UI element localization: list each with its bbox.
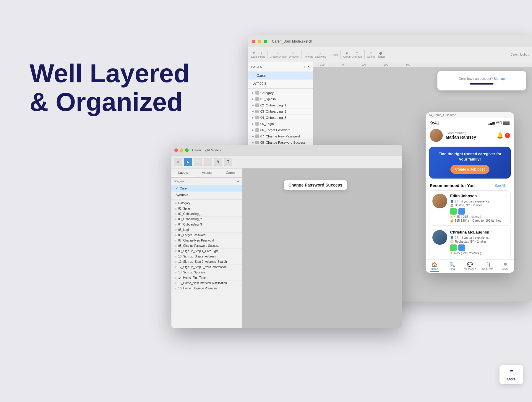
more-icon: ≡ [502, 368, 520, 376]
badge-green-2 [450, 244, 457, 251]
badges-1 [450, 208, 507, 215]
layer-item[interactable]: ▶ 01_Splash [248, 96, 313, 102]
create-job-btn[interactable]: Create a Job post [450, 165, 490, 174]
fw-layer-item[interactable]: ⊞ 13_Sign up Success [171, 270, 242, 275]
add-page-btn[interactable]: + ∧ [304, 64, 310, 69]
pages-header: PAGES + ∧ [248, 62, 313, 72]
toolbar-create-symbol[interactable]: ⬡Create Symbol [270, 51, 288, 58]
fw-layer-item[interactable]: ⊞ 07_Change New Password [171, 238, 242, 243]
fw-layer-item[interactable]: ⊞ 02_Onboarding_1 [171, 211, 242, 217]
fw-layer-item[interactable]: ⊞ 14_Home_First Time [171, 275, 242, 281]
battery-icon: ▓▓▓ [503, 121, 510, 124]
fw-layer-item[interactable]: ⊞ 15_Home_Next Interview Notification [171, 281, 242, 286]
caregiver-name-1: Edith Johnson [450, 194, 477, 199]
blue-promo-card: Find the right trusted caregiver for you… [429, 147, 511, 179]
layer-item[interactable]: ▶ 07_Change New Password [248, 133, 313, 140]
toolbar-flatten[interactable]: ⬤Flatten [377, 51, 385, 58]
toolbar-zoom[interactable]: 100% [331, 53, 338, 56]
toolbar-insert[interactable]: +Insert [258, 51, 265, 58]
signup-link[interactable]: Sign up [494, 77, 505, 80]
fw-tab-assets[interactable]: Assets [195, 168, 219, 177]
fw-layer-item[interactable]: ⊞ 16_Home_Upgrade Premium [171, 286, 242, 291]
app-greeting: Good morning! Marian Ramsey 🔔 3 [426, 127, 514, 144]
sketch-toolbar-back: ⊞Data +Insert ⬡Create Symbol ↻Symbols ↑F… [248, 47, 532, 62]
fw-layer-item[interactable]: ⊞ 04_Onboarding_3 [171, 222, 242, 227]
fw-tl-red[interactable] [174, 148, 178, 152]
toolbar-forward[interactable]: ↑Forward [304, 51, 314, 58]
layer-item[interactable]: ▶ 02_Onboarding_1 [248, 102, 313, 108]
page-item-caren[interactable]: ✓ Caren [248, 72, 313, 80]
toolbar-data[interactable]: ⊞Data [251, 51, 257, 58]
fw-tab-layers[interactable]: Layers [171, 168, 195, 177]
nav-requests[interactable]: 📋 Requests [479, 262, 497, 272]
hero-section: Well Layered & Organized [30, 59, 189, 116]
fw-tl-green[interactable] [185, 148, 189, 152]
ruler-horizontal: -1000100200300 [313, 62, 532, 67]
signal-icon: ▂▄▆ [488, 121, 495, 124]
fw-toolbar: ≡ ▶ ⊡ □ ✎ T [171, 155, 402, 168]
badges-2 [450, 244, 507, 251]
caregiver-card-1[interactable]: Edith Johnson ♡ 👤 28 · 6 yrs paid experi… [429, 190, 511, 226]
greeting-name: Marian Ramsey [446, 135, 476, 140]
toolbar-group[interactable]: ▣Group [343, 51, 351, 58]
caregiver-location-2: 🏠 Rochester, NY · 2 miles [450, 240, 507, 243]
fw-layer-item[interactable]: ⊞ 01_Splash [171, 206, 242, 211]
favorite-btn-1[interactable]: ♡ [503, 194, 507, 199]
toolbar-ungroup[interactable]: ◫Ungroup [352, 51, 362, 58]
greeting-text: Good morning! [446, 131, 476, 135]
fw-page-symbols[interactable]: Symbols [171, 192, 242, 198]
caregiver-info-2: Christina McLaughlin ♡ 👤 22 · 8 yrs paid… [450, 230, 507, 255]
fw-tool-play[interactable]: ▶ [184, 158, 192, 166]
caregiver-rating-1: ★ 4.85 (215 reviews) [450, 215, 507, 218]
see-all-btn[interactable]: See All → [494, 184, 510, 188]
fw-tool-frame[interactable]: ⊡ [194, 158, 202, 166]
page-item-symbols[interactable]: Symbols [248, 80, 313, 87]
bell-icon[interactable]: 🔔 [496, 132, 504, 139]
nav-messages[interactable]: 💬 Messages [461, 262, 479, 272]
fw-layer-item[interactable]: ⊞ 09_Sign up_Step 1_Care Type [171, 249, 242, 254]
fw-add-page[interactable]: + [237, 179, 239, 183]
fw-layer-item[interactable]: ⊞ Category [171, 201, 242, 206]
fw-layer-item[interactable]: ⊞ 08_Change Password Success [171, 243, 242, 249]
fw-tab-right[interactable]: Caren [218, 168, 242, 177]
fw-page-caren[interactable]: ✓ Caren [171, 185, 242, 192]
layer-item[interactable]: ▶ Category [248, 90, 313, 96]
more-label: More [507, 377, 516, 381]
fw-layer-item[interactable]: ⊞ 05_Login [171, 227, 242, 233]
hero-line1: Well Layered [30, 59, 189, 88]
toolbar-outline[interactable]: □Outline [367, 51, 376, 58]
fw-tool-rect[interactable]: □ [204, 158, 212, 166]
fw-tool-layers[interactable]: ≡ [174, 158, 182, 166]
fw-layer-item[interactable]: ⊞ 10_Sign up_Step 2_Address [171, 254, 242, 259]
caregiver-card-2[interactable]: Christina McLaughlin ♡ 👤 22 · 8 yrs paid… [429, 227, 511, 258]
more-button[interactable]: ≡ More [499, 365, 523, 384]
fw-layer-item[interactable]: ⊞ 03_Onboarding_2 [171, 217, 242, 222]
traffic-light-green[interactable] [264, 40, 267, 43]
toolbar-backward[interactable]: ↓Backward [315, 51, 327, 58]
app-preview: 14_Home_First Time 9:41 ▂▄▆ WiFi ▓▓▓ Goo… [426, 112, 514, 273]
fw-layer-item[interactable]: ⊞ 11_Sign up_Step 2_Address_Search [171, 259, 242, 265]
traffic-light-red[interactable] [252, 40, 255, 43]
fw-layer-item[interactable]: ⊞ 12_Sign up_Step 3_Your Information [171, 265, 242, 270]
caregiver-age-2: 👤 22 · 8 yrs paid experience [450, 236, 507, 239]
fw-pages-label: Pages [174, 179, 184, 183]
nav-more[interactable]: ≡ More [497, 262, 514, 272]
fw-tool-path[interactable]: ✎ [214, 158, 222, 166]
layer-item[interactable]: ▶ 06_Forget Password [248, 127, 313, 133]
notification-badge: 3 [505, 133, 510, 138]
nav-find[interactable]: 🔍 Find [443, 262, 461, 272]
traffic-light-yellow[interactable] [258, 40, 261, 43]
layer-item[interactable]: ▶ 05_Login [248, 121, 313, 127]
layer-item[interactable]: ▶ 03_Onboarding_2 [248, 108, 313, 115]
toolbar-symbols[interactable]: ↻Symbols [288, 51, 299, 58]
favorite-btn-2[interactable]: ♡ [503, 230, 507, 236]
nav-home[interactable]: 🏠 Home [426, 262, 443, 272]
status-bar: 9:41 ▂▄▆ WiFi ▓▓▓ [426, 118, 514, 127]
fw-tool-text[interactable]: T [224, 158, 232, 166]
badge-blue-1 [458, 208, 465, 215]
fw-layer-item[interactable]: ⊞ 06_Forget Password [171, 233, 242, 238]
fw-tl-yellow[interactable] [180, 148, 183, 152]
caregiver-rate-1: 💰 $15-$20/hr · Cared for 192 families [450, 219, 507, 222]
recommended-header: Recommended for You See All → [426, 181, 514, 189]
layer-item[interactable]: ▶ 04_Onboarding_3 [248, 115, 313, 121]
